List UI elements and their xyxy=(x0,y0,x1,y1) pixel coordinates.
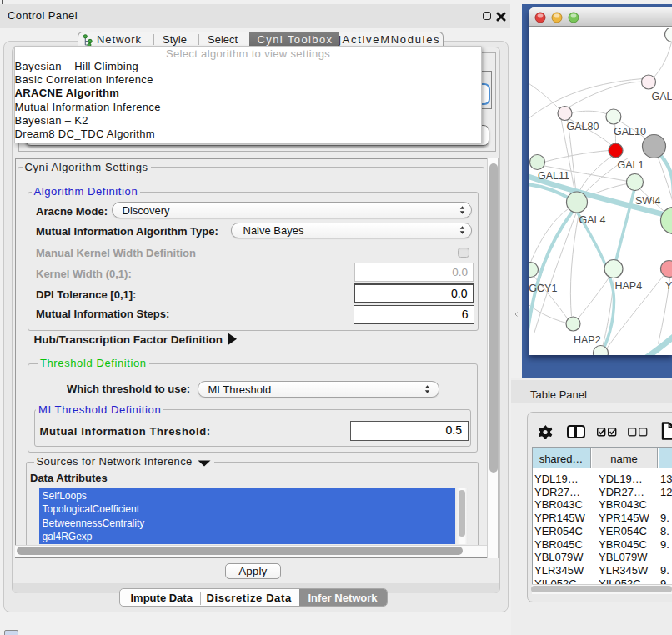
svg-text:HAP4: HAP4 xyxy=(614,280,642,292)
svg-text:SWI4: SWI4 xyxy=(635,195,661,207)
svg-text:GCY1: GCY1 xyxy=(529,282,557,293)
svg-text:HAP2: HAP2 xyxy=(574,333,601,345)
svg-text:GAL80: GAL80 xyxy=(566,120,599,132)
svg-text:GAL10: GAL10 xyxy=(614,126,646,138)
svg-text:GAL4: GAL4 xyxy=(579,214,605,226)
svg-text:Y: Y xyxy=(665,280,672,292)
svg-text:GAL7: GAL7 xyxy=(651,90,672,102)
svg-text:GAL1: GAL1 xyxy=(617,159,644,171)
svg-text:GAL11: GAL11 xyxy=(538,169,569,181)
